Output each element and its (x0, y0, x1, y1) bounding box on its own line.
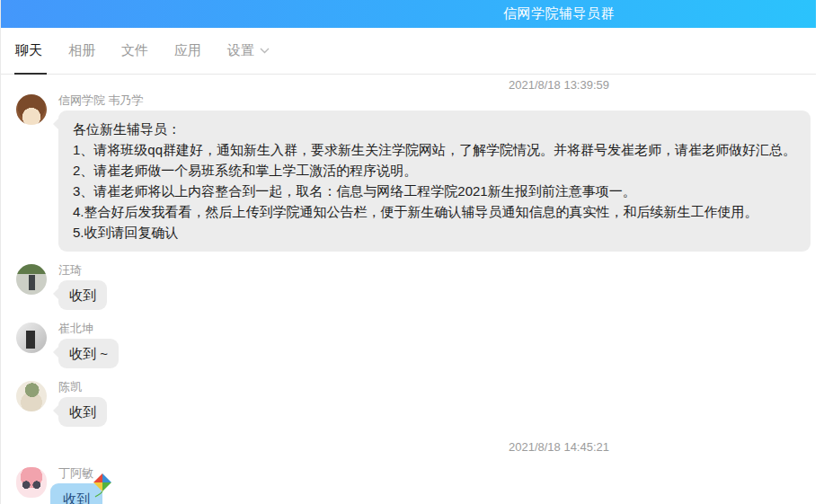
kite-icon (91, 473, 114, 500)
message-bubble: 收到 (58, 280, 107, 310)
tab-bar: 聊天 相册 文件 应用 设置 (1, 28, 816, 75)
chat-message-area: 2021/8/18 13:39:59 信网学院 韦乃学 各位新生辅导员： 1、请… (1, 75, 816, 504)
tab-apps[interactable]: 应用 (174, 28, 201, 75)
tab-files[interactable]: 文件 (121, 28, 148, 75)
sender-name: 信网学院 韦乃学 (58, 93, 816, 108)
avatar-wei-naixue[interactable] (16, 94, 47, 125)
chat-message: 丁阿敏 收到 (1, 466, 816, 504)
tab-album[interactable]: 相册 (68, 28, 95, 75)
avatar-wang-qi[interactable] (16, 264, 47, 295)
chevron-down-icon (260, 48, 270, 54)
chat-message: 信网学院 韦乃学 各位新生辅导员： 1、请将班级qq群建好，通知新生入群，要求新… (1, 93, 816, 252)
avatar-cui-beikun[interactable] (16, 323, 47, 353)
message-bubble-decorated: 收到 (50, 483, 102, 504)
sender-name: 崔北坤 (58, 322, 816, 336)
message-bubble: 各位新生辅导员： 1、请将班级qq群建好，通知新生入群，要求新生关注学院网站，了… (58, 111, 811, 252)
tab-chat[interactable]: 聊天 (15, 28, 42, 75)
timestamp: 2021/8/18 13:39:59 (1, 78, 816, 93)
sender-name: 汪琦 (58, 263, 816, 278)
sender-name: 陈凯 (58, 380, 816, 394)
message-bubble: 收到 ~ (58, 339, 119, 368)
avatar-chen-kai[interactable] (16, 381, 47, 411)
avatar-ding-amin[interactable] (16, 467, 47, 498)
chat-message: 陈凯 收到 (1, 380, 816, 427)
group-title: 信网学院辅导员群 (503, 5, 615, 22)
sender-name: 丁阿敏 (58, 466, 816, 481)
tab-settings[interactable]: 设置 (227, 28, 270, 75)
message-bubble: 收到 (58, 397, 107, 427)
chat-message: 汪琦 收到 (1, 263, 816, 310)
timestamp: 2021/8/18 14:45:21 (1, 440, 816, 455)
title-bar: 信网学院辅导员群 (1, 0, 816, 28)
chat-message: 崔北坤 收到 ~ (1, 322, 816, 368)
group-chat-window: 信网学院辅导员群 聊天 相册 文件 应用 设置 2021/8/18 13:39:… (0, 0, 816, 504)
